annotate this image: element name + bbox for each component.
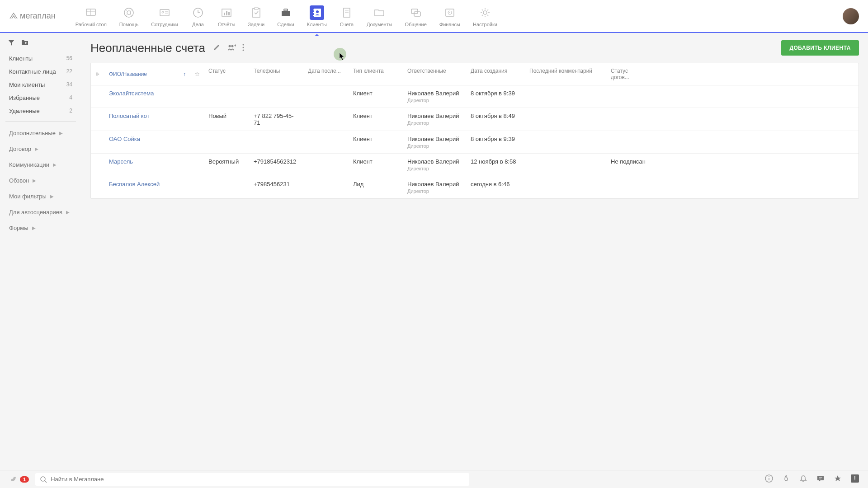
table-row[interactable]: Марсель Вероятный +791854562312 Клиент Н…: [91, 154, 859, 176]
cell-responsible: Николаев Валерий: [407, 181, 462, 188]
table-row[interactable]: ОАО Сойка Клиент Николаев ВалерийДиректо…: [91, 131, 859, 154]
filter-label: Мои клиенты: [9, 81, 45, 88]
column-star[interactable]: [190, 68, 204, 80]
briefcase-icon: [279, 6, 292, 19]
section-label: Формы: [9, 225, 28, 231]
section-label: Коммуникации: [9, 161, 49, 168]
logo[interactable]: мегаплан: [9, 11, 56, 21]
chevron-right-icon: ▶: [33, 178, 36, 183]
cell-role: Директор: [407, 166, 462, 171]
nav-label: Счета: [340, 22, 354, 27]
nav-label: Задачи: [248, 22, 264, 27]
sidebar-filter-clients[interactable]: Клиенты56: [5, 52, 76, 65]
filter-icon[interactable]: [7, 38, 15, 47]
column-contract[interactable]: Статус догов...: [606, 68, 651, 80]
column-phone[interactable]: Телефоны: [249, 68, 303, 80]
sidebar-filter-favorites[interactable]: Избранные4: [5, 91, 76, 104]
cell-role: Директор: [407, 188, 462, 194]
sort-asc-icon[interactable]: ↑: [183, 71, 186, 77]
column-responsible[interactable]: Ответственные: [403, 68, 466, 80]
content-area: Неоплаченные счета + ДОБАВИТЬ КЛИЕНТА ФИ…: [81, 33, 868, 470]
svg-point-40: [228, 45, 231, 47]
column-name[interactable]: ФИО/Название↑: [104, 68, 190, 80]
nav-label: Финансы: [439, 22, 460, 27]
chat-icon: [410, 6, 422, 19]
nav-label: Отчёты: [218, 22, 235, 27]
column-created[interactable]: Дата создания: [466, 68, 525, 80]
sidebar-section-communications[interactable]: Коммуникации▶: [0, 157, 81, 173]
cell-type: Клиент: [349, 90, 403, 97]
nav-label: Помощь: [119, 22, 139, 27]
cell-type: Клиент: [349, 136, 403, 142]
nav-settings[interactable]: Настройки: [467, 2, 504, 31]
section-label: Дополнительные: [9, 130, 56, 136]
cell-phone: +791854562312: [249, 158, 303, 165]
svg-point-44: [242, 47, 244, 48]
more-icon[interactable]: [242, 43, 244, 53]
nav-help[interactable]: Помощь: [113, 2, 145, 31]
contacts-icon: [311, 6, 323, 19]
column-status[interactable]: Статус: [204, 68, 249, 80]
svg-point-43: [242, 44, 244, 45]
svg-line-6: [130, 9, 132, 11]
cell-responsible: Николаев Валерий: [407, 90, 462, 97]
nav-deals[interactable]: Сделки: [271, 2, 301, 31]
svg-point-37: [483, 11, 487, 14]
table-row[interactable]: Эколайтсистема Клиент Николаев ВалерийДи…: [91, 85, 859, 108]
svg-rect-32: [411, 9, 418, 14]
cell-responsible: Николаев Валерий: [407, 158, 462, 165]
nav-label: Настройки: [473, 22, 497, 27]
nav-clients[interactable]: Клиенты: [301, 2, 333, 31]
sidebar-filter-deleted[interactable]: Удаленные2: [5, 104, 76, 117]
table-row[interactable]: Полосатый кот Новый +7 822 795-45-71 Кли…: [91, 108, 859, 131]
chart-icon: [220, 6, 233, 19]
nav-label: Дела: [192, 22, 204, 27]
filter-label: Удаленные: [9, 108, 40, 114]
nav-reports[interactable]: Отчёты: [212, 2, 241, 31]
column-handle-icon[interactable]: [91, 68, 104, 80]
sidebar-section-auto[interactable]: Для автосценариев▶: [0, 204, 81, 220]
edit-icon[interactable]: [212, 43, 221, 53]
nav-desktop[interactable]: Рабочий стол: [69, 2, 113, 31]
table-row[interactable]: Беспалов Алексей +7985456231 Лид Николае…: [91, 176, 859, 198]
column-type[interactable]: Тип клиента: [349, 68, 403, 80]
column-comment[interactable]: Последний комментарий: [525, 68, 606, 80]
nav-label: Сотрудники: [151, 22, 178, 27]
sidebar-section-calls[interactable]: Обзвон▶: [0, 173, 81, 188]
table-header: ФИО/Название↑ Статус Телефоны Дата после…: [91, 63, 859, 85]
nav-tasks[interactable]: Задачи: [241, 2, 271, 31]
share-icon[interactable]: +: [227, 43, 236, 53]
folder-icon: [373, 6, 386, 19]
nav-invoices[interactable]: Счета: [333, 2, 360, 31]
id-card-icon: [158, 6, 171, 19]
sidebar-section-my-filters[interactable]: Мои фильтры▶: [0, 188, 81, 204]
nav-label: Рабочий стол: [75, 22, 107, 27]
nav-finance[interactable]: Финансы: [433, 2, 467, 31]
svg-point-45: [242, 49, 244, 51]
cell-role: Директор: [407, 120, 462, 126]
nav-chat[interactable]: Общение: [399, 2, 433, 31]
sidebar-section-additional[interactable]: Дополнительные▶: [0, 125, 81, 141]
filter-label: Контактные лица: [9, 68, 56, 75]
nav-employees[interactable]: Сотрудники: [145, 2, 184, 31]
column-date-after[interactable]: Дата после...: [303, 68, 349, 80]
cell-contract: Не подписан: [606, 158, 651, 165]
svg-point-10: [162, 11, 164, 13]
nav-documents[interactable]: Документы: [360, 2, 399, 31]
user-avatar[interactable]: [843, 8, 859, 24]
cell-role: Директор: [407, 98, 462, 103]
filter-count: 4: [69, 94, 72, 101]
sidebar-filter-my-clients[interactable]: Мои клиенты34: [5, 78, 76, 91]
chevron-right-icon: ▶: [53, 162, 57, 167]
nav-activities[interactable]: Дела: [184, 2, 212, 31]
sidebar-filter-contacts[interactable]: Контактные лица22: [5, 65, 76, 78]
logo-text: мегаплан: [20, 11, 56, 21]
cell-responsible: Николаев Валерий: [407, 113, 462, 119]
filter-count: 56: [66, 55, 72, 62]
gear-icon: [479, 6, 491, 19]
safe-icon: [443, 6, 456, 19]
add-client-button[interactable]: ДОБАВИТЬ КЛИЕНТА: [781, 40, 859, 56]
sidebar-section-contract[interactable]: Договор▶: [0, 141, 81, 157]
folder-add-icon[interactable]: [21, 38, 29, 47]
sidebar-section-forms[interactable]: Формы▶: [0, 220, 81, 236]
